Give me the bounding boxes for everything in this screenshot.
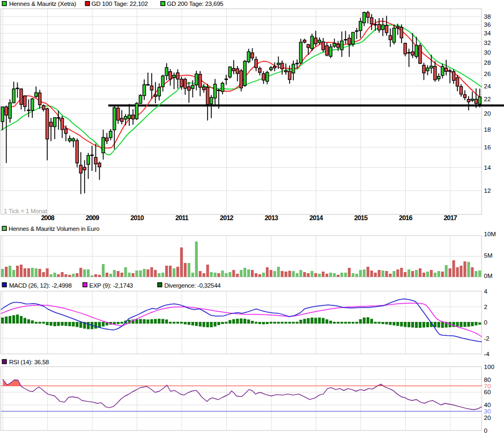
svg-text:100: 100	[484, 363, 494, 370]
svg-text:18: 18	[484, 126, 491, 133]
svg-text:20: 20	[484, 414, 491, 421]
svg-text:Hennes & Mauritz (Xetra): Hennes & Mauritz (Xetra)	[9, 0, 76, 7]
svg-text:0: 0	[484, 319, 487, 326]
svg-text:-2: -2	[484, 335, 490, 342]
svg-text:2016: 2016	[399, 214, 412, 222]
svg-text:EXP (9): -2,1743: EXP (9): -2,1743	[90, 282, 133, 289]
svg-text:16: 16	[484, 144, 491, 151]
svg-text:RSI (14): 36,58: RSI (14): 36,58	[9, 359, 49, 365]
svg-text:MACD (26, 12): -2,4998: MACD (26, 12): -2,4998	[9, 282, 72, 289]
svg-text:2013: 2013	[265, 214, 278, 222]
svg-text:Hennes & Mauritz Volumen in Eu: Hennes & Mauritz Volumen in Euro	[9, 225, 99, 232]
svg-text:2008: 2008	[41, 214, 54, 222]
svg-text:10M: 10M	[484, 231, 496, 237]
svg-text:12: 12	[484, 187, 491, 194]
svg-text:2: 2	[484, 303, 487, 310]
svg-text:2014: 2014	[309, 214, 323, 222]
svg-text:32: 32	[484, 39, 491, 46]
svg-text:36: 36	[484, 21, 491, 28]
svg-text:0: 0	[484, 427, 487, 434]
svg-text:22: 22	[484, 95, 491, 102]
svg-text:2012: 2012	[220, 214, 233, 222]
svg-text:24: 24	[484, 82, 491, 89]
svg-text:2017: 2017	[443, 214, 457, 222]
svg-text:GD 100 Tage: 22,102: GD 100 Tage: 22,102	[92, 0, 148, 7]
svg-text:0M: 0M	[484, 273, 493, 279]
svg-text:GD 200 Tage: 23,695: GD 200 Tage: 23,695	[167, 0, 223, 7]
svg-text:38: 38	[484, 13, 491, 20]
svg-text:2015: 2015	[354, 214, 367, 222]
svg-text:2009: 2009	[86, 214, 99, 222]
svg-text:4: 4	[484, 288, 488, 295]
svg-text:60: 60	[484, 388, 491, 395]
svg-text:5M: 5M	[484, 252, 493, 259]
svg-text:14: 14	[484, 164, 491, 171]
svg-text:28: 28	[484, 59, 491, 66]
svg-text:1 Tick = 1 Monat: 1 Tick = 1 Monat	[4, 208, 48, 214]
svg-text:26: 26	[484, 70, 491, 77]
svg-text:2011: 2011	[175, 214, 189, 222]
svg-text:2010: 2010	[130, 214, 144, 222]
svg-text:20: 20	[484, 110, 491, 117]
svg-text:Divergence: -0,32544: Divergence: -0,32544	[165, 282, 221, 289]
svg-text:-4: -4	[484, 350, 490, 357]
svg-text:30: 30	[484, 49, 491, 56]
svg-text:34: 34	[484, 29, 491, 36]
